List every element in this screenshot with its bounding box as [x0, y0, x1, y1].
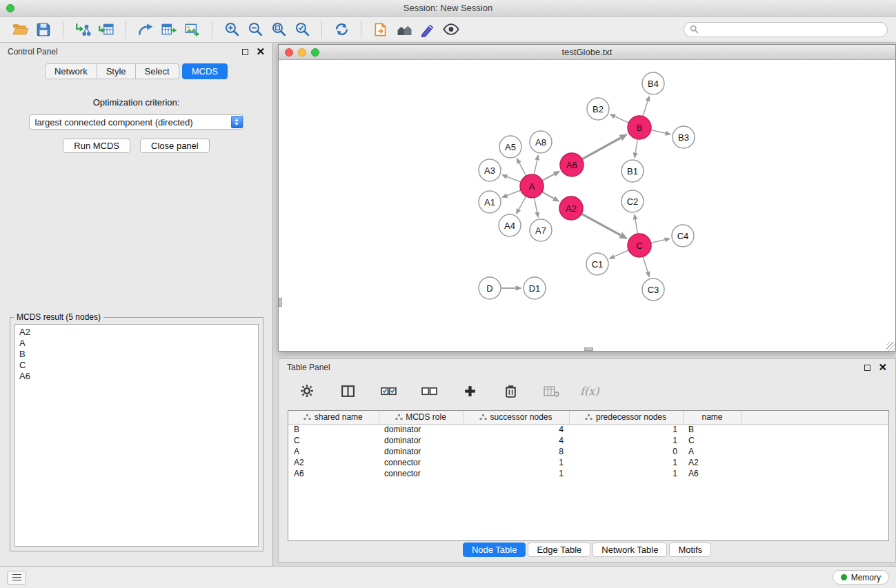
mcds-result-item[interactable]: A	[19, 338, 254, 349]
global-search-field[interactable]	[684, 22, 888, 37]
mcds-result-item[interactable]: A6	[19, 371, 254, 382]
graph-node-C[interactable]: C	[628, 234, 651, 257]
tab-network[interactable]: Network	[45, 63, 97, 79]
network-close-button[interactable]	[285, 48, 293, 57]
mcds-result-item[interactable]: B	[19, 349, 254, 360]
graph-node-A1[interactable]: A1	[479, 191, 501, 213]
graph-edge-A-A5[interactable]	[517, 158, 526, 176]
zoom-fit-icon[interactable]	[267, 19, 290, 40]
save-session-icon[interactable]	[32, 19, 55, 40]
graph-edge-B-B2[interactable]	[609, 114, 628, 123]
graph-node-B3[interactable]: B3	[673, 126, 695, 148]
graph-node-A2[interactable]: A2	[559, 196, 583, 220]
close-panel-icon[interactable]: ✕	[256, 48, 265, 55]
annotation-pen-icon[interactable]	[416, 19, 439, 40]
tab-mcds[interactable]: MCDS	[182, 63, 228, 79]
graph-node-A3[interactable]: A3	[479, 159, 501, 181]
graph-node-A5[interactable]: A5	[499, 136, 521, 158]
table-row[interactable]: Adominator80A	[288, 446, 888, 457]
tab-select[interactable]: Select	[136, 63, 179, 79]
graph-node-A7[interactable]: A7	[530, 219, 552, 241]
column-header-MCDS-role[interactable]: MCDS role	[379, 411, 463, 424]
close-table-panel-icon[interactable]: ✕	[878, 364, 887, 371]
graph-edge-A2-C[interactable]	[581, 214, 628, 239]
graph-node-A8[interactable]: A8	[530, 131, 552, 153]
network-minimize-button[interactable]	[298, 48, 306, 57]
task-history-icon[interactable]	[7, 571, 26, 585]
graph-edge-C-C4[interactable]	[651, 237, 671, 243]
graph-node-B4[interactable]: B4	[642, 72, 664, 94]
graph-node-B1[interactable]: B1	[621, 160, 644, 182]
tab-network-table[interactable]: Network Table	[593, 543, 667, 557]
mcds-result-item[interactable]: C	[19, 360, 254, 371]
export-network-icon[interactable]	[134, 19, 157, 40]
graph-node-A4[interactable]: A4	[499, 214, 521, 236]
zoom-in-icon[interactable]	[220, 19, 243, 40]
float-table-panel-icon[interactable]	[864, 365, 870, 371]
column-header-predecessor-nodes[interactable]: predecessor nodes	[569, 411, 683, 424]
graph-node-A[interactable]: A	[520, 174, 544, 198]
zoom-selected-icon[interactable]	[290, 19, 314, 40]
tab-edge-table[interactable]: Edge Table	[528, 543, 590, 557]
copy-document-icon[interactable]	[369, 19, 392, 40]
column-header-shared-name[interactable]: shared name	[288, 411, 379, 424]
open-session-icon[interactable]	[8, 19, 32, 40]
table-row[interactable]: A2connector11A2	[288, 457, 888, 468]
graph-edge-A-A1[interactable]	[501, 190, 521, 198]
graph-edge-B-B3[interactable]	[651, 130, 672, 136]
show-hide-eye-icon[interactable]	[439, 19, 463, 40]
network-window-titlebar[interactable]: testGlobe.txt	[279, 45, 895, 60]
export-image-icon[interactable]	[181, 19, 204, 40]
graph-node-C1[interactable]: C1	[586, 253, 608, 275]
mcds-result-item[interactable]: A2	[19, 327, 254, 338]
unselect-all-icon[interactable]	[417, 381, 441, 401]
column-header-successor-nodes[interactable]: successor nodes	[463, 411, 569, 424]
run-mcds-button[interactable]: Run MCDS	[63, 139, 130, 153]
graph-node-C3[interactable]: C3	[642, 278, 664, 301]
graph-edge-A6-B[interactable]	[582, 134, 628, 159]
search-input[interactable]	[702, 25, 882, 34]
tab-node-table[interactable]: Node Table	[463, 543, 526, 557]
delete-column-icon[interactable]	[499, 381, 522, 401]
show-columns-icon[interactable]	[336, 381, 359, 401]
export-table-icon[interactable]	[157, 19, 181, 40]
optimization-criterion-select[interactable]: largest connected component (directed)	[29, 114, 244, 130]
graph-edge-B-B4[interactable]	[643, 95, 650, 116]
graph-node-D1[interactable]: D1	[524, 277, 546, 299]
graph-edge-A-A4[interactable]	[516, 196, 526, 214]
zoom-out-icon[interactable]	[243, 19, 267, 40]
import-table-icon[interactable]	[94, 19, 118, 40]
graph-node-B2[interactable]: B2	[587, 98, 609, 120]
tab-motifs[interactable]: Motifs	[669, 543, 711, 557]
window-fullscreen-button[interactable]	[6, 4, 14, 12]
graph-edge-B-B1[interactable]	[633, 139, 638, 159]
graph-edge-A-A2[interactable]	[542, 192, 560, 201]
home-networks-icon[interactable]	[392, 19, 416, 40]
table-row[interactable]: Cdominator41C	[288, 435, 888, 446]
column-header-name[interactable]: name	[683, 411, 741, 424]
close-panel-button[interactable]: Close panel	[140, 139, 210, 153]
network-maximize-button[interactable]	[311, 48, 319, 57]
graph-node-B[interactable]: B	[628, 116, 651, 139]
table-settings-gear-icon[interactable]	[295, 381, 319, 401]
graph-edge-C-C2[interactable]	[633, 214, 638, 234]
select-all-icon[interactable]	[377, 381, 400, 401]
graph-edge-C-C1[interactable]	[608, 250, 628, 259]
graph-node-C4[interactable]: C4	[672, 225, 694, 247]
graph-node-D[interactable]: D	[479, 277, 501, 299]
import-network-icon[interactable]	[71, 19, 94, 40]
vertical-scrollbar-thumb[interactable]	[279, 298, 282, 307]
graph-edge-A-A6[interactable]	[542, 171, 560, 181]
graph-edge-A-A3[interactable]	[501, 174, 521, 182]
float-panel-icon[interactable]	[242, 49, 248, 55]
network-canvas[interactable]: B4B2BB3A5A8A6A3B1AC2A1A2A4A7C4CC1C3DD1	[279, 60, 895, 351]
table-row[interactable]: Bdominator41B	[288, 424, 888, 435]
graph-node-A6[interactable]: A6	[560, 153, 584, 176]
graph-node-C2[interactable]: C2	[621, 190, 644, 212]
horizontal-scrollbar-thumb[interactable]	[584, 347, 593, 351]
graph-edge-D-D1[interactable]	[501, 285, 522, 291]
graph-edge-C-C3[interactable]	[643, 256, 650, 278]
add-column-icon[interactable]	[458, 381, 481, 401]
refresh-layout-icon[interactable]	[330, 19, 353, 40]
tab-style[interactable]: Style	[97, 63, 136, 79]
